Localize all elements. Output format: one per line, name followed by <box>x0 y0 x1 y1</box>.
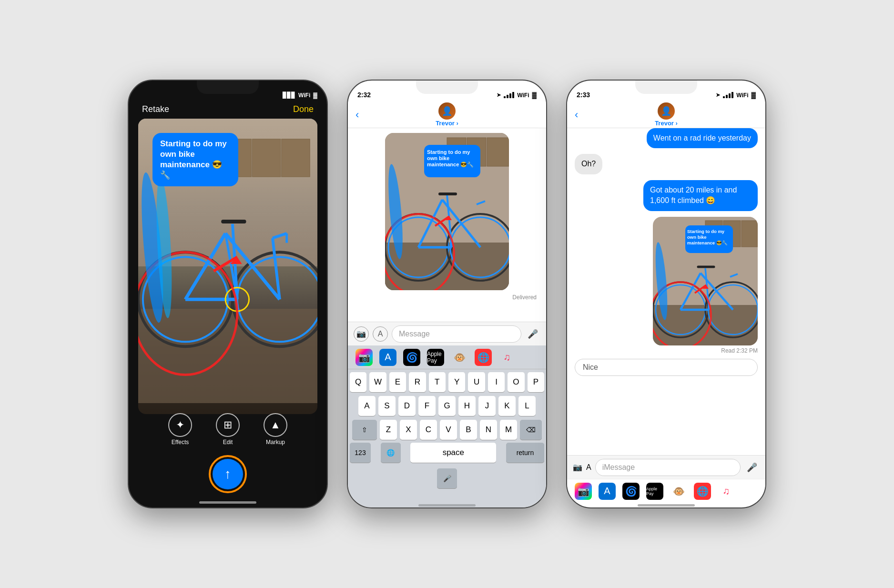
key-c[interactable]: C <box>420 420 437 440</box>
contact-info-3[interactable]: 👤 Trevor › <box>655 102 678 127</box>
markup-control[interactable]: ▲ Markup <box>264 413 287 446</box>
emoji-key[interactable]: 🌐 <box>381 443 401 463</box>
battery-icon: ▓ <box>313 92 317 99</box>
number-key[interactable]: 123 <box>350 443 371 463</box>
image-message: Starting to do my own bike maintenance 😎… <box>385 133 509 290</box>
nice-suggestion[interactable]: Nice <box>575 359 758 376</box>
music-icon[interactable]: ♫ <box>498 349 516 366</box>
key-n[interactable]: N <box>480 420 497 440</box>
conversation-area: Went on a rad ride yesterday Oh? Got abo… <box>575 128 758 450</box>
key-s[interactable]: S <box>378 396 396 416</box>
keyboard-mic-row: 🎤 <box>348 466 546 490</box>
key-z[interactable]: Z <box>380 420 397 440</box>
key-d[interactable]: D <box>398 396 416 416</box>
signal-bars <box>504 92 514 98</box>
appstore-icon[interactable]: A <box>379 349 396 366</box>
key-h[interactable]: H <box>458 396 476 416</box>
mic-input-icon[interactable]: 🎤 <box>525 326 540 342</box>
globe-icon-3[interactable]: 🌐 <box>694 483 711 500</box>
key-k[interactable]: K <box>498 396 516 416</box>
key-l[interactable]: L <box>518 396 536 416</box>
messages-header-2: ‹ 👤 Trevor › <box>348 101 546 128</box>
bar4-3 <box>731 92 733 98</box>
mic-icon-3[interactable]: 🎤 <box>744 460 760 475</box>
key-j[interactable]: J <box>478 396 496 416</box>
photos-app-icon[interactable]: 📷 <box>356 349 373 366</box>
camera-input-icon[interactable]: 📷 <box>354 326 369 342</box>
signal-bars-3 <box>723 92 733 98</box>
svg-rect-26 <box>487 138 509 166</box>
shift-key[interactable]: ⇧ <box>352 420 377 440</box>
key-w[interactable]: W <box>369 372 386 392</box>
keyboard-2: Q W E R T Y U I O P A S D F G H J K <box>348 369 546 507</box>
key-u[interactable]: U <box>468 372 485 392</box>
app-strip-2: 📷 A 🌀 Apple Pay 🐵 🌐 ♫ <box>348 345 546 369</box>
key-v[interactable]: V <box>440 420 457 440</box>
key-y[interactable]: Y <box>448 372 465 392</box>
svg-text:maintenance 😎🔧: maintenance 😎🔧 <box>687 240 728 246</box>
phone-1: ▊▊▊ WiFi ▓ Retake Done Starting to do my… <box>128 80 328 508</box>
memoji-icon[interactable]: 🐵 <box>451 349 468 366</box>
message-input-2[interactable]: Message <box>392 325 521 343</box>
bar2 <box>507 95 508 98</box>
send-button[interactable]: ↑ <box>213 459 243 489</box>
retake-button[interactable]: Retake <box>142 104 169 114</box>
return-key[interactable]: return <box>506 443 544 463</box>
keyboard-mic-key[interactable]: 🎤 <box>437 468 457 488</box>
app-input-icon[interactable]: A <box>373 326 388 342</box>
photos-app-icon-3[interactable]: 📷 <box>575 483 592 500</box>
keyboard-row-3: ⇧ Z X C V B N M ⌫ <box>348 417 546 441</box>
markup-icon: ▲ <box>264 413 287 437</box>
home-indicator-2 <box>418 504 476 507</box>
imessage-input[interactable]: iMessage <box>595 459 741 476</box>
key-p[interactable]: P <box>528 372 544 392</box>
camera-icon-3[interactable]: 📷 <box>573 463 582 472</box>
appstore-icon-3[interactable]: A <box>599 483 616 500</box>
back-button-3[interactable]: ‹ <box>575 109 578 121</box>
animoji-icon-3[interactable]: 🌀 <box>622 483 640 500</box>
globe-icon[interactable]: 🌐 <box>475 349 492 366</box>
camera-preview: Starting to do my own bike maintenance 😎… <box>138 119 317 414</box>
status-time-2: 2:32 <box>357 91 371 99</box>
app-icon-3[interactable]: A <box>586 463 591 472</box>
send-button-outer-ring: ↑ <box>209 455 247 493</box>
key-o[interactable]: O <box>508 372 524 392</box>
backspace-key[interactable]: ⌫ <box>520 420 542 440</box>
signal-icon: ▊▊▊ <box>283 92 295 99</box>
key-e[interactable]: E <box>389 372 406 392</box>
key-f[interactable]: F <box>418 396 436 416</box>
svg-text:own bike: own bike <box>427 155 449 161</box>
back-button-2[interactable]: ‹ <box>356 109 359 121</box>
animoji-icon[interactable]: 🌀 <box>403 349 420 366</box>
imessage-placeholder: iMessage <box>602 463 635 472</box>
applepay-icon-3[interactable]: Apple Pay <box>646 483 663 500</box>
bar1 <box>504 96 506 98</box>
contact-info-2[interactable]: 👤 Trevor › <box>436 102 458 127</box>
keyboard-row-4: 123 🌐 space return <box>348 441 546 466</box>
key-x[interactable]: X <box>400 420 417 440</box>
music-icon-3[interactable]: ♫ <box>718 483 735 500</box>
key-t[interactable]: T <box>429 372 446 392</box>
image-message-3: Starting to do my own bike maintenance 😎… <box>653 217 758 345</box>
bar3-3 <box>729 93 731 98</box>
applepay-icon[interactable]: Apple Pay <box>427 349 444 366</box>
memoji-icon-3[interactable]: 🐵 <box>670 483 687 500</box>
done-button[interactable]: Done <box>293 104 314 114</box>
space-key[interactable]: space <box>410 443 496 463</box>
markup-label: Markup <box>266 439 285 446</box>
avatar-3: 👤 <box>658 102 675 120</box>
key-r[interactable]: R <box>409 372 426 392</box>
effects-control[interactable]: ✦ Effects <box>168 413 192 446</box>
key-m[interactable]: M <box>500 420 517 440</box>
key-b[interactable]: B <box>460 420 477 440</box>
key-g[interactable]: G <box>438 396 456 416</box>
messages-area-2: Starting to do my own bike maintenance 😎… <box>348 128 546 326</box>
send-button-wrapper[interactable]: ↑ <box>209 455 247 493</box>
key-i[interactable]: I <box>488 372 505 392</box>
wifi-icon-2: WiFi <box>517 92 529 99</box>
key-q[interactable]: Q <box>350 372 366 392</box>
battery-icon-3: ▓ <box>752 91 756 99</box>
edit-control[interactable]: ⊞ Edit <box>216 413 240 446</box>
phone-2: 2:32 ➤ WiFi ▓ ‹ 👤 Trevor › <box>347 80 547 508</box>
key-a[interactable]: A <box>358 396 376 416</box>
